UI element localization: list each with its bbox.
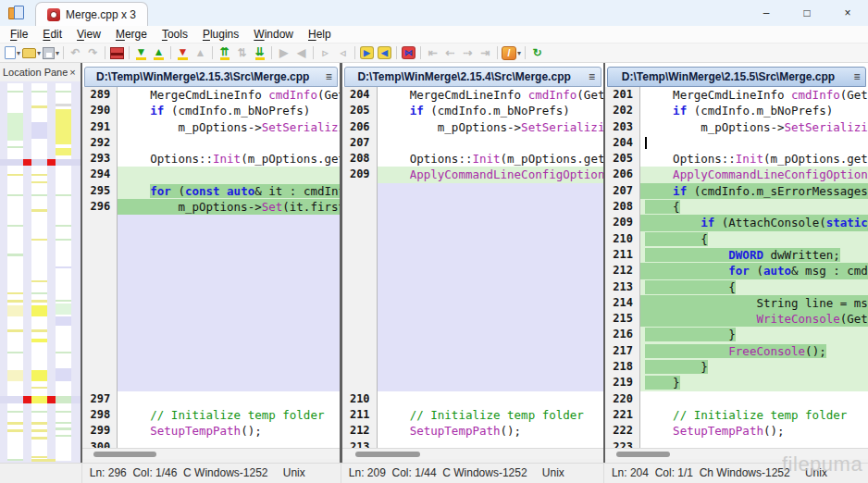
location-diff-mark xyxy=(56,104,71,106)
location-pane-canvas[interactable] xyxy=(0,81,81,463)
location-diff-mark xyxy=(23,159,31,166)
menu-item-help[interactable]: Help xyxy=(301,28,339,41)
pane-header-2[interactable]: D:\Temp\WinMerge\2.15.4\Src\Merge.cpp≡ xyxy=(344,67,601,87)
code-line: 205 if (cmdInfo.m_bNoPrefs) xyxy=(342,103,603,118)
pane-header-1[interactable]: D:\Temp\WinMerge\2.15.3\Src\Merge.cpp≡ xyxy=(84,67,338,87)
merge-document-icon xyxy=(47,8,60,21)
previous-difference-button[interactable]: ▲ xyxy=(150,44,167,62)
menu-item-plugins[interactable]: Plugins xyxy=(195,28,246,41)
open-file-button[interactable]: ▾ xyxy=(21,44,42,62)
menu-item-merge[interactable]: Merge xyxy=(108,28,155,41)
line-text xyxy=(118,167,340,182)
code-line: 207 xyxy=(342,135,603,151)
minimize-button[interactable]: – xyxy=(746,0,787,26)
first-difference-button[interactable]: ⇈ xyxy=(216,44,233,62)
line-number: 209 xyxy=(342,167,378,182)
document-tab[interactable]: Merge.cpp x 3 xyxy=(35,2,148,26)
line-text: ApplyCommandLineConfigOptions(cmdInfo); xyxy=(640,167,868,182)
save-button-dropdown-icon[interactable]: ▾ xyxy=(56,49,59,57)
menu-item-view[interactable]: View xyxy=(69,28,108,41)
code-line: 213 { xyxy=(605,279,868,295)
line-number: 213 xyxy=(342,440,378,448)
code-line: 223 xyxy=(605,440,868,448)
save-button-icon xyxy=(43,47,55,59)
line-number: 203 xyxy=(605,119,640,135)
prev-middle-diff-button-icon: ⇠ xyxy=(446,47,455,58)
line-text: { xyxy=(640,231,868,247)
copy-all-right-button[interactable]: ▶ xyxy=(358,44,376,62)
code-line: 211 // Initialize temp folder xyxy=(342,407,603,423)
line-text: ApplyCommandLineConfigOptions(cmdInfo); xyxy=(378,167,603,182)
line-text: for (auto& msg : cmdInfo.m_sErrorMessage… xyxy=(640,263,868,279)
location-diff-mark xyxy=(31,300,47,303)
location-diff-mark xyxy=(47,396,56,403)
options-button-dropdown-icon[interactable]: ▾ xyxy=(517,49,521,57)
code-editor-1[interactable]: 289 MergeCmdLineInfo cmdInfo(GetCommandL… xyxy=(82,87,340,448)
line-text: SetupTempPath(); xyxy=(378,423,603,439)
options-button[interactable]: /▾ xyxy=(501,44,522,62)
code-line: 205 Options::Init(m_pOptions.get()); xyxy=(605,151,868,167)
toolbar-separator xyxy=(313,46,314,59)
save-button: ▾ xyxy=(42,44,60,62)
redo-button-icon: ↷ xyxy=(89,47,98,58)
scrollbar-thumb[interactable] xyxy=(93,452,156,457)
horizontal-scrollbar-2[interactable] xyxy=(342,448,603,459)
menu-item-file[interactable]: File xyxy=(3,28,35,41)
maximize-button[interactable]: □ xyxy=(787,0,827,26)
code-line: 202 if (cmdInfo.m_bNoPrefs) xyxy=(605,103,868,118)
location-bar-file2 xyxy=(31,83,47,461)
pane-header-menu-icon[interactable]: ≡ xyxy=(320,70,337,83)
line-number: 289 xyxy=(82,87,118,103)
text-cursor xyxy=(645,137,647,149)
line-text: String line = msg + _T("\n"); xyxy=(640,295,868,311)
pane-header-menu-icon[interactable]: ≡ xyxy=(849,70,865,83)
location-diff-mark xyxy=(7,370,23,381)
line-text: DWORD dwWritten; xyxy=(640,247,868,263)
new-file-button-dropdown-icon[interactable]: ▾ xyxy=(17,49,20,57)
line-text: } xyxy=(640,359,868,375)
pane-file-path: D:\Temp\WinMerge\2.15.3\Src\Merge.cpp xyxy=(85,70,320,83)
line-number: 202 xyxy=(605,103,640,118)
last-difference-button[interactable]: ⇊ xyxy=(251,44,268,62)
new-file-button[interactable]: ▾ xyxy=(4,44,21,62)
toolbar-separator xyxy=(212,46,213,59)
code-line: 211 DWORD dwWritten; xyxy=(605,247,868,263)
location-pane-close-icon[interactable]: × xyxy=(68,67,77,78)
code-line: 215 WriteConsole(GetStdHandle(STD_OUTPUT… xyxy=(605,311,868,327)
horizontal-scrollbar-1[interactable] xyxy=(82,448,340,459)
menu-item-window[interactable]: Window xyxy=(246,28,301,41)
toolbar-separator xyxy=(396,46,397,59)
code-line: 212 for (auto& msg : cmdInfo.m_sErrorMes… xyxy=(605,263,868,279)
refresh-button[interactable]: ↻ xyxy=(528,44,546,62)
code-editor-2[interactable]: 204 MergeCmdLineInfo cmdInfo(GetCommandL… xyxy=(342,87,603,448)
pane-header-3[interactable]: D:\Temp\WinMerge\2.15.5\Src\Merge.cpp≡ xyxy=(607,67,866,87)
line-text: // Initialize temp folder xyxy=(378,407,603,423)
pane-header-menu-icon[interactable]: ≡ xyxy=(584,70,601,83)
close-button[interactable]: × xyxy=(827,0,868,26)
auto-merge-button[interactable]: ⋈ xyxy=(400,44,417,62)
location-diff-mark xyxy=(31,339,47,342)
scrollbar-thumb[interactable] xyxy=(355,452,420,457)
status-eol-style: Unix xyxy=(283,466,305,479)
scrollbar-thumb[interactable] xyxy=(616,452,670,457)
location-diff-mark xyxy=(7,352,23,353)
code-line: 208 Options::Init(m_pOptions.get()); xyxy=(342,151,603,167)
menu-item-tools[interactable]: Tools xyxy=(155,28,195,41)
location-diff-mark xyxy=(7,459,23,461)
copy-all-left-button[interactable]: ◀ xyxy=(376,44,393,62)
code-editor-3[interactable]: 201 MergeCmdLineInfo cmdInfo(GetCommandL… xyxy=(605,87,868,448)
line-number: 210 xyxy=(605,231,640,247)
toolbar-separator xyxy=(63,46,64,59)
line-text xyxy=(640,391,868,407)
location-diff-mark xyxy=(31,429,47,432)
line-number: 212 xyxy=(605,263,640,279)
status-bar-spacer xyxy=(0,464,81,483)
open-file-button-dropdown-icon[interactable]: ▾ xyxy=(37,49,41,57)
menu-item-edit[interactable]: Edit xyxy=(35,28,69,41)
location-diff-mark xyxy=(31,280,47,282)
next-conflict-button[interactable]: ▼ xyxy=(174,44,192,62)
skipped-lines-filler xyxy=(342,183,603,391)
next-difference-button[interactable]: ▼ xyxy=(132,44,150,62)
line-number: 204 xyxy=(605,135,640,151)
rescan-button[interactable] xyxy=(108,44,126,62)
